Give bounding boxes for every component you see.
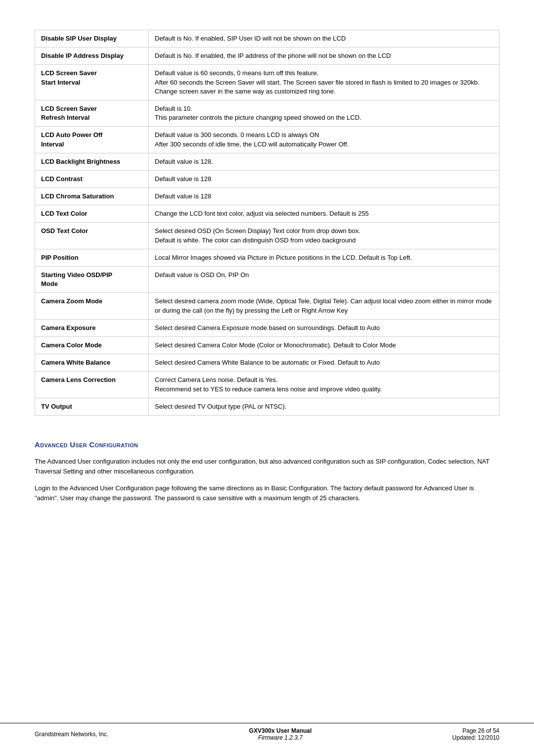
table-value: Select desired camera zoom mode (Wide, O… [149,293,499,319]
table-row: TV OutputSelect desired TV Output type (… [35,398,499,415]
table-label: LCD Backlight Brightness [35,153,149,170]
table-value: Default is 10.This parameter controls th… [149,100,499,126]
footer-center: GXV300x User Manual Firmware 1.2.3.7 [249,727,312,741]
table-row: LCD Text ColorChange the LCD font text c… [35,205,499,223]
table-value: Default value is 128 [149,170,499,188]
table-row: Starting Video OSD/PIPModeDefault value … [35,267,499,293]
table-value: Default value is OSD On, PIP On [149,267,499,293]
table-value: Default value is 128. [149,153,499,170]
table-label: PIP Position [35,249,149,266]
table-label: LCD Chroma Saturation [35,188,149,205]
table-label: Camera Zoom Mode [35,293,149,319]
footer-manual-title: GXV300x User Manual [249,727,312,734]
table-label: Disable IP Address Display [35,47,149,65]
footer-page-number: Page 26 of 54 [452,727,499,734]
table-value: Select desired TV Output type (PAL or NT… [149,398,499,415]
table-label: OSD Text Color [35,223,149,249]
table-row: Camera Lens CorrectionCorrect Camera Len… [35,372,499,398]
table-value: Default is No. If enabled, the IP addres… [149,47,499,65]
table-label: Camera Color Mode [35,336,149,354]
table-label: LCD Screen SaverStart Interval [35,65,149,100]
settings-table: Disable SIP User DisplayDefault is No. I… [35,30,499,416]
table-row: Camera Zoom ModeSelect desired camera zo… [35,293,499,319]
table-row: LCD Auto Power OffIntervalDefault value … [35,127,499,153]
table-row: Disable SIP User DisplayDefault is No. I… [35,30,499,47]
advanced-paragraph-1: The Advanced User configuration includes… [35,457,499,476]
table-value: Default value is 128 [149,188,499,205]
page-footer: Grandstream Networks, Inc. GXV300x User … [0,723,534,741]
table-row: LCD Screen SaverStart IntervalDefault va… [35,65,499,100]
table-label: LCD Contrast [35,170,149,188]
table-row: LCD Backlight BrightnessDefault value is… [35,153,499,170]
table-label: LCD Auto Power OffInterval [35,127,149,153]
footer-firmware: Firmware 1.2.3.7 [258,734,303,741]
table-value: Select desired Camera White Balance to b… [149,354,499,372]
table-label: Camera Exposure [35,319,149,336]
table-value: Default value is 60 seconds, 0 means tur… [149,65,499,100]
table-label: TV Output [35,398,149,415]
footer-page-info: Page 26 of 54 Updated: 12/2010 [452,727,499,741]
table-value: Local Mirror Images showed via Picture i… [149,249,499,266]
table-value: Select desired Camera Exposure mode base… [149,319,499,336]
table-value: Correct Camera Lens noise. Default is Ye… [149,372,499,398]
table-label: Starting Video OSD/PIPMode [35,267,149,293]
table-value: Default value is 300 seconds. 0 means LC… [149,127,499,153]
table-value: Change the LCD font text color, adjust v… [149,205,499,223]
advanced-section-heading: Advanced User Configuration [35,440,499,449]
table-row: Camera Color ModeSelect desired Camera C… [35,336,499,354]
table-label: LCD Text Color [35,205,149,223]
table-value: Select desired Camera Color Mode (Color … [149,336,499,354]
footer-company: Grandstream Networks, Inc. [35,731,108,738]
table-value: Select desired OSD (On Screen Display) T… [149,223,499,249]
table-row: LCD Screen SaverRefresh IntervalDefault … [35,100,499,126]
table-label: LCD Screen SaverRefresh Interval [35,100,149,126]
footer-updated: Updated: 12/2010 [452,734,499,741]
table-row: Camera ExposureSelect desired Camera Exp… [35,319,499,336]
table-value: Default is No. If enabled, SIP User ID w… [149,30,499,47]
table-row: LCD Chroma SaturationDefault value is 12… [35,188,499,205]
table-row: LCD ContrastDefault value is 128 [35,170,499,188]
table-label: Camera Lens Correction [35,372,149,398]
advanced-paragraph-2: Login to the Advanced User Configuration… [35,483,499,503]
table-label: Disable SIP User Display [35,30,149,47]
table-row: PIP PositionLocal Mirror Images showed v… [35,249,499,266]
table-label: Camera White Balance [35,354,149,372]
table-row: Disable IP Address DisplayDefault is No.… [35,47,499,65]
table-row: OSD Text ColorSelect desired OSD (On Scr… [35,223,499,249]
table-row: Camera White BalanceSelect desired Camer… [35,354,499,372]
